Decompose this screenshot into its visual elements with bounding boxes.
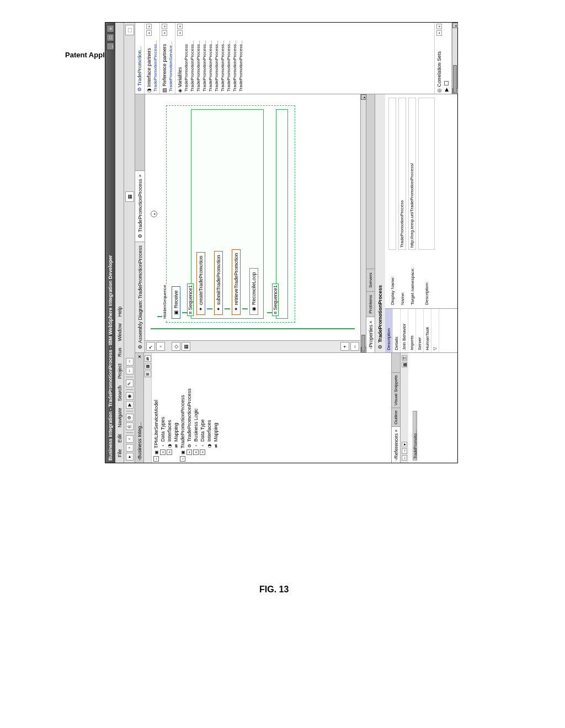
tab-problems[interactable]: Problems: [366, 291, 375, 317]
tree-tool-2[interactable]: ▦: [145, 363, 151, 370]
expand-icon[interactable]: +: [160, 449, 166, 455]
nav-humantask[interactable]: HumanTask: [424, 309, 431, 352]
run-button[interactable]: ◉: [126, 392, 134, 400]
play-icon[interactable]: ▶: [444, 88, 449, 92]
project-tree[interactable]: − ▣ TPMLiteServiceModel +▫Data Types +◑I…: [152, 353, 391, 463]
menu-project[interactable]: Project: [117, 360, 122, 382]
sequence-2[interactable]: ≡ Sequence1: [276, 109, 288, 319]
description-field[interactable]: [418, 98, 435, 250]
variable-item[interactable]: TradePromotionProcess...: [207, 24, 214, 93]
close-button[interactable]: ×: [106, 25, 114, 33]
new-button[interactable]: ▸: [126, 453, 134, 461]
nav-imports[interactable]: Imports: [408, 309, 416, 352]
variable-item[interactable]: TradePromotionProcess...: [232, 24, 238, 93]
collapse-icon[interactable]: −: [180, 456, 185, 462]
remove-button[interactable]: ×: [146, 24, 152, 29]
tab-references[interactable]: ▫References×: [392, 427, 400, 463]
add-button[interactable]: +: [146, 30, 152, 36]
scroll-thumb[interactable]: [361, 335, 365, 351]
tree-datatypes[interactable]: +▫Data Types: [159, 354, 166, 462]
nav-more[interactable]: ▽: [431, 309, 439, 352]
menu-edit[interactable]: Edit: [117, 431, 122, 446]
ref-item[interactable]: TradePromotio...: [413, 411, 417, 461]
process-canvas[interactable]: ● HiddenSequence ▣ Receive: [145, 94, 360, 340]
palette-zoom-out[interactable]: −: [350, 342, 359, 351]
refs-menu[interactable]: ▾: [402, 442, 407, 447]
menu-run[interactable]: Run: [117, 344, 122, 360]
sequence-1[interactable]: ≡ Sequence1 ✦createTradePromotion ✦submi…: [191, 109, 264, 319]
canvas-hscroll[interactable]: ◂ ▸: [360, 94, 366, 352]
print-button[interactable]: ⎙: [126, 422, 134, 430]
expand-icon[interactable]: +: [186, 449, 192, 455]
forward-button[interactable]: →: [126, 358, 134, 366]
interface-partner-item[interactable]: TradePromotionProcess...: [152, 24, 158, 93]
tree-tool-3[interactable]: ⇄: [145, 355, 151, 362]
variable-item[interactable]: TradePromotionProcess: [183, 24, 189, 93]
expand-icon[interactable]: +: [167, 449, 172, 455]
tree-datatype2[interactable]: +▫Data Type: [199, 354, 206, 462]
tab-outline[interactable]: Outline: [392, 408, 400, 426]
tree-tool-1[interactable]: ⊞: [145, 371, 151, 377]
tree-project-1[interactable]: − ▣ TPMLiteServiceModel: [153, 354, 159, 462]
refs-tool2[interactable]: ☰: [402, 355, 407, 361]
close-icon[interactable]: ×: [393, 430, 399, 432]
menu-navigate[interactable]: Navigate: [117, 404, 122, 431]
tab-visual-snippets[interactable]: Visual Snippets: [392, 372, 400, 408]
refs-tool[interactable]: ▦: [402, 362, 407, 367]
remove-button[interactable]: ×: [162, 24, 167, 29]
variable-item[interactable]: TradePromotionProcess...: [189, 24, 195, 93]
menu-file[interactable]: File: [117, 446, 122, 461]
receive-activity[interactable]: ▣ Receive: [172, 286, 180, 319]
tree-project-2[interactable]: − ▣ TradePromotionProcess: [179, 354, 186, 462]
scroll-right-icon[interactable]: ▸: [361, 94, 366, 100]
retrieve-trade-promotion[interactable]: ✦retrieveTradePromotion: [232, 249, 241, 315]
expand-icon[interactable]: +: [193, 449, 199, 455]
collapse-icon[interactable]: −: [153, 456, 159, 462]
tree-bizlogic[interactable]: +▫Business Logic: [193, 354, 199, 462]
create-trade-promotion[interactable]: ✦createTradePromotion: [196, 252, 205, 315]
refs-fwd[interactable]: →: [402, 448, 407, 454]
expand-icon[interactable]: +: [200, 449, 205, 455]
debug-button[interactable]: ▶: [126, 401, 134, 409]
scroll-right-icon[interactable]: ▸: [452, 23, 458, 28]
perspective-switcher[interactable]: ▦: [125, 191, 134, 202]
namespace-field[interactable]: http://org.temp.uri/TradePromotionProces…: [408, 98, 416, 250]
variable-item[interactable]: TradePromotionProcess...: [226, 24, 232, 93]
close-icon[interactable]: ×: [137, 174, 143, 177]
remove-button[interactable]: ×: [436, 24, 442, 29]
variable-item[interactable]: TradePromotionProcess...: [220, 24, 226, 93]
menu-window[interactable]: Window: [117, 320, 122, 344]
tab-servers[interactable]: Servers: [366, 269, 375, 291]
tree-mapping[interactable]: ⇄Mapping: [173, 354, 179, 462]
palette-receive[interactable]: ▫: [156, 342, 165, 351]
minimize-button[interactable]: _: [106, 42, 114, 50]
palette-seq[interactable]: ◇: [172, 342, 180, 351]
open-button[interactable]: ▫: [126, 435, 134, 443]
reconcile-loop[interactable]: ◉ReconcileLoop: [249, 268, 258, 315]
refs-back[interactable]: ←: [402, 455, 407, 461]
tree-interfaces[interactable]: +◑Interfaces: [166, 354, 173, 462]
start-icon[interactable]: ●: [151, 211, 157, 217]
variable-item[interactable]: TradePromotionProcess...: [195, 24, 201, 93]
variable-item[interactable]: TradePromotionProcess...: [238, 24, 244, 93]
tab-properties[interactable]: ▫Properties×: [366, 317, 375, 353]
name-field[interactable]: TradePromotionProcess: [398, 98, 406, 250]
tree-interfaces2[interactable]: ◑Interfaces: [206, 354, 212, 462]
menu-search[interactable]: Search: [117, 382, 122, 405]
reference-partner-item[interactable]: TradePromotionService...: [168, 24, 174, 93]
nav-description[interactable]: Description: [385, 309, 393, 352]
link-icon[interactable]: ✎: [126, 379, 134, 387]
editor-tab-process[interactable]: ⚙ TradePromotionProcess ×: [135, 170, 145, 242]
tree-mapping2[interactable]: ⇄Mapping: [212, 354, 219, 462]
add-button[interactable]: +: [162, 30, 167, 36]
nav-details[interactable]: Details: [393, 309, 401, 352]
perspective-selector[interactable]: ⬚: [125, 25, 134, 35]
add-button[interactable]: +: [177, 30, 183, 36]
nav-join[interactable]: Join Behavior: [401, 309, 408, 352]
add-button[interactable]: +: [436, 30, 442, 36]
save-button[interactable]: ▫: [126, 444, 134, 452]
back-button[interactable]: ←: [126, 367, 134, 374]
close-icon[interactable]: ×: [368, 321, 374, 324]
palette-select[interactable]: ↖: [146, 342, 155, 351]
titlebar[interactable]: Business Integration - TradePromotionPro…: [105, 23, 115, 463]
